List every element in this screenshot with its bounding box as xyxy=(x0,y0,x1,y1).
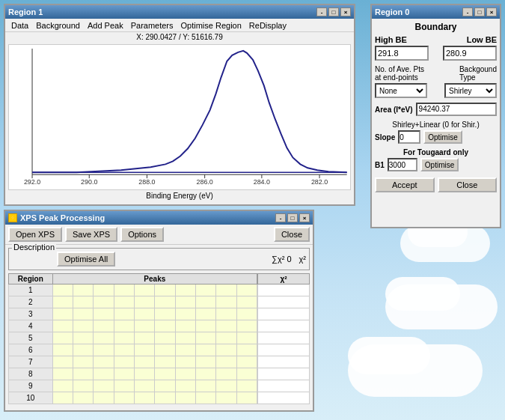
peak-cell[interactable] xyxy=(94,344,114,356)
peak-cell[interactable] xyxy=(175,344,195,356)
peak-cell[interactable] xyxy=(114,392,134,404)
peak-cell[interactable] xyxy=(52,368,73,380)
peak-cell[interactable] xyxy=(134,284,154,296)
peak-cell[interactable] xyxy=(134,320,154,332)
peak-cell[interactable] xyxy=(73,392,93,404)
region1-close-btn[interactable]: × xyxy=(340,7,351,16)
peak-cell[interactable] xyxy=(236,332,257,344)
peak-cell[interactable] xyxy=(155,296,175,308)
close-btn[interactable]: Close xyxy=(438,177,498,192)
menu-data[interactable]: Data xyxy=(8,21,31,30)
peak-cell[interactable] xyxy=(175,308,195,320)
peak-cell[interactable] xyxy=(94,308,114,320)
peak-cell[interactable] xyxy=(236,380,257,392)
menu-parameters[interactable]: Parameters xyxy=(128,21,177,30)
peak-cell[interactable] xyxy=(114,320,134,332)
peak-cell[interactable] xyxy=(216,392,236,404)
accept-btn[interactable]: Accept xyxy=(375,177,435,192)
peak-cell[interactable] xyxy=(216,320,236,332)
peak-cell[interactable] xyxy=(195,380,215,392)
peak-cell[interactable] xyxy=(216,368,236,380)
peak-cell[interactable] xyxy=(195,332,215,344)
xps-minimize-btn[interactable]: - xyxy=(275,213,286,222)
peak-cell[interactable] xyxy=(134,296,154,308)
peak-cell[interactable] xyxy=(216,296,236,308)
peak-cell[interactable] xyxy=(52,320,73,332)
none-dropdown[interactable]: None xyxy=(375,83,427,98)
peak-cell[interactable] xyxy=(73,356,93,368)
peak-cell[interactable] xyxy=(155,308,175,320)
peak-cell[interactable] xyxy=(134,380,154,392)
peak-cell[interactable] xyxy=(52,344,73,356)
peak-cell[interactable] xyxy=(94,356,114,368)
peak-cell[interactable] xyxy=(94,380,114,392)
peak-cell[interactable] xyxy=(236,296,257,308)
peak-cell[interactable] xyxy=(195,344,215,356)
menu-optimise-region[interactable]: Optimise Region xyxy=(178,21,245,30)
peak-cell[interactable] xyxy=(73,368,93,380)
peak-cell[interactable] xyxy=(236,308,257,320)
b1-input[interactable] xyxy=(388,158,417,171)
high-be-input[interactable] xyxy=(375,46,429,61)
peak-cell[interactable] xyxy=(195,392,215,404)
peak-cell[interactable] xyxy=(94,284,114,296)
peak-cell[interactable] xyxy=(114,380,134,392)
peak-cell[interactable] xyxy=(134,368,154,380)
peak-cell[interactable] xyxy=(114,332,134,344)
peak-cell[interactable] xyxy=(114,308,134,320)
menu-redisplay[interactable]: ReDisplay xyxy=(246,21,290,30)
peak-cell[interactable] xyxy=(73,344,93,356)
peak-cell[interactable] xyxy=(236,284,257,296)
peak-cell[interactable] xyxy=(94,320,114,332)
optimise-b1-btn[interactable]: Optimise xyxy=(420,158,459,171)
optimise-slope-btn[interactable]: Optimise xyxy=(423,130,462,144)
peak-cell[interactable] xyxy=(195,320,215,332)
peak-cell[interactable] xyxy=(114,368,134,380)
menu-background[interactable]: Background xyxy=(33,21,83,30)
peak-cell[interactable] xyxy=(175,320,195,332)
region1-minimize-btn[interactable]: - xyxy=(316,7,327,16)
peak-cell[interactable] xyxy=(175,296,195,308)
region0-maximize-btn[interactable]: □ xyxy=(474,7,485,16)
peak-cell[interactable] xyxy=(175,368,195,380)
peak-cell[interactable] xyxy=(175,356,195,368)
peak-cell[interactable] xyxy=(216,344,236,356)
peak-cell[interactable] xyxy=(155,356,175,368)
peak-cell[interactable] xyxy=(94,332,114,344)
peak-cell[interactable] xyxy=(195,308,215,320)
peak-cell[interactable] xyxy=(114,284,134,296)
menu-add-peak[interactable]: Add Peak xyxy=(85,21,126,30)
peak-cell[interactable] xyxy=(114,356,134,368)
peak-cell[interactable] xyxy=(73,380,93,392)
peak-cell[interactable] xyxy=(73,284,93,296)
peak-cell[interactable] xyxy=(94,392,114,404)
peak-cell[interactable] xyxy=(236,320,257,332)
peak-cell[interactable] xyxy=(52,296,73,308)
peak-cell[interactable] xyxy=(134,344,154,356)
peak-cell[interactable] xyxy=(73,296,93,308)
peak-cell[interactable] xyxy=(134,308,154,320)
peak-cell[interactable] xyxy=(114,344,134,356)
peak-cell[interactable] xyxy=(155,368,175,380)
peak-cell[interactable] xyxy=(175,392,195,404)
save-xps-btn[interactable]: Save XPS xyxy=(65,227,117,242)
peak-cell[interactable] xyxy=(94,368,114,380)
peak-cell[interactable] xyxy=(216,308,236,320)
peak-cell[interactable] xyxy=(195,356,215,368)
peak-cell[interactable] xyxy=(52,356,73,368)
peak-cell[interactable] xyxy=(155,392,175,404)
peak-cell[interactable] xyxy=(155,332,175,344)
peak-cell[interactable] xyxy=(175,332,195,344)
peak-cell[interactable] xyxy=(155,380,175,392)
peak-cell[interactable] xyxy=(114,296,134,308)
shirley-dropdown[interactable]: Shirley xyxy=(444,83,497,98)
peak-cell[interactable] xyxy=(52,380,73,392)
peak-cell[interactable] xyxy=(52,332,73,344)
peak-cell[interactable] xyxy=(236,344,257,356)
slope-input[interactable] xyxy=(398,130,420,144)
xps-close-titlebar-btn[interactable]: × xyxy=(299,213,310,222)
region1-maximize-btn[interactable]: □ xyxy=(328,7,339,16)
peak-cell[interactable] xyxy=(73,308,93,320)
peak-cell[interactable] xyxy=(195,284,215,296)
peak-cell[interactable] xyxy=(73,332,93,344)
